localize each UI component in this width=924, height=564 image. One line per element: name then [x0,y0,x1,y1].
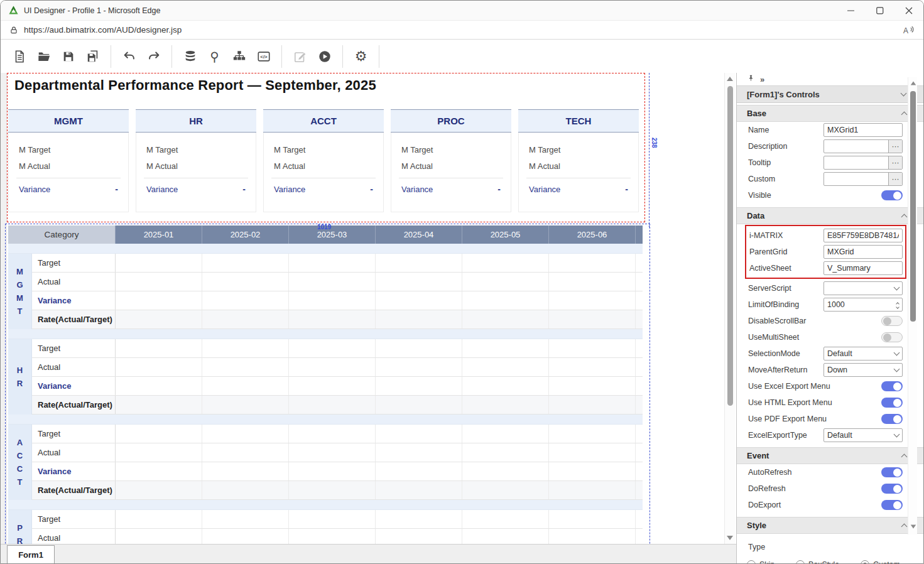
grid-cell[interactable] [289,481,376,499]
save-copy-icon[interactable] [84,48,101,65]
grid-cell[interactable] [202,310,289,328]
card-hr[interactable]: HRM TargetM ActualVariance- [136,109,256,213]
new-file-icon[interactable] [11,48,28,65]
grid-cell[interactable] [549,396,636,414]
grid-dept-cell-acct[interactable]: ACCT [8,425,32,500]
prop-activesheet-input[interactable]: V_Summary [823,261,903,275]
canvas-vertical-scrollbar[interactable] [724,73,735,544]
tools-icon[interactable]: ⚲ [206,48,223,65]
grid-cell[interactable] [549,425,636,443]
grid-cell[interactable] [116,481,202,499]
grid-dept-cell-mgmt[interactable]: MGMT [8,254,32,329]
read-aloud-icon[interactable]: A [903,25,915,38]
prop-use-excel-export-menu-toggle[interactable] [881,381,903,391]
radio-unselected-icon[interactable] [747,560,756,564]
grid-cell[interactable] [289,254,376,272]
grid-cell[interactable] [202,481,289,499]
grid-cell[interactable] [202,510,289,528]
grid-cell[interactable] [549,291,636,310]
grid-cell[interactable] [202,425,289,443]
grid-cell[interactable] [376,377,462,395]
grid-col-2025-01[interactable]: 2025-01 [116,225,202,244]
grid-cell[interactable] [202,529,289,544]
prop-description-input[interactable]: ··· [823,139,903,153]
grid-cell[interactable] [116,462,202,480]
grid-cell[interactable] [376,291,462,310]
grid-cell[interactable] [462,254,549,272]
prop-moveafterreturn-select[interactable]: Down [823,363,903,377]
grid-cell[interactable] [289,462,376,480]
address-bar[interactable]: https://aud.bimatrix.com/AUD/designer.js… [1,21,923,40]
minimize-button[interactable] [837,1,866,21]
radio-option-custom[interactable]: Custom [861,560,900,564]
grid-cell[interactable] [289,358,376,376]
grid-col-category[interactable]: Category [8,225,116,244]
prop-autorefresh-toggle[interactable] [881,467,903,477]
grid-cell[interactable] [202,291,289,310]
grid-cell[interactable] [202,396,289,414]
prop-limitofbinding-stepper[interactable]: 1000 [823,298,903,312]
grid-cell[interactable] [289,396,376,414]
ellipsis-button[interactable]: ··· [888,173,902,185]
pin-icon[interactable] [747,73,755,85]
grid-cell[interactable] [116,443,202,462]
grid-cell[interactable] [549,273,636,291]
radio-option-skin[interactable]: Skin [747,560,775,564]
grid-cell[interactable] [289,425,376,443]
grid-cell[interactable] [202,339,289,357]
grid-col-2025-05[interactable]: 2025-05 [462,225,549,244]
grid-cell[interactable] [549,358,636,376]
grid-cell[interactable] [116,529,202,544]
grid-cell[interactable] [376,273,462,291]
prop-use-html-export-menu-toggle[interactable] [881,398,903,408]
hierarchy-icon[interactable] [231,48,247,65]
grid-cell[interactable] [462,339,549,357]
code-view-icon[interactable]: </> [255,48,272,65]
tab-form1[interactable]: Form1 [7,545,55,564]
grid-cell[interactable] [376,510,462,528]
prop-name-input[interactable]: MXGrid1 [823,123,903,137]
grid-cell[interactable] [289,529,376,544]
grid-cell[interactable] [289,291,376,310]
grid-cell[interactable] [462,443,549,462]
prop-parentgrid-input[interactable]: MXGrid [823,245,903,259]
grid-cell[interactable] [202,254,289,272]
grid-cell[interactable] [376,462,462,480]
grid-col-2025-03[interactable]: 2025-03 [289,225,376,244]
grid-cell[interactable] [462,273,549,291]
grid-cell[interactable] [549,377,636,395]
grid-cell[interactable] [549,310,636,328]
grid-col-2025-04[interactable]: 2025-04 [376,225,462,244]
grid-cell[interactable] [462,396,549,414]
prop-excelexporttype-select[interactable]: Default [823,428,903,442]
grid-cell[interactable] [202,377,289,395]
redo-icon[interactable] [145,48,162,65]
grid-cell[interactable] [116,358,202,376]
grid-dept-cell-hr[interactable]: HR [8,339,32,415]
prop-selectionmode-select[interactable]: Default [823,347,903,361]
grid-cell[interactable] [289,510,376,528]
scrollbar-thumb[interactable] [727,86,733,406]
grid-cell[interactable] [462,425,549,443]
prop-use-pdf-export-menu-toggle[interactable] [881,414,903,424]
panel-vertical-scrollbar[interactable] [908,77,917,534]
data-source-icon[interactable] [182,48,198,65]
grid-cell[interactable] [116,377,202,395]
section-header-event[interactable]: Event [737,447,924,464]
grid-cell[interactable] [549,481,636,499]
scroll-up-arrow-icon[interactable] [727,77,733,81]
grid-cell[interactable] [549,443,636,462]
section-header-base[interactable]: Base [737,105,924,122]
grid-cell[interactable] [289,339,376,357]
grid-cell[interactable] [202,273,289,291]
grid-cell[interactable] [462,481,549,499]
grid-cell[interactable] [289,310,376,328]
card-tech[interactable]: TECHM TargetM ActualVariance- [518,109,639,213]
grid-cell[interactable] [549,510,636,528]
section-header-data[interactable]: Data [737,207,924,224]
grid-cell[interactable] [202,358,289,376]
grid-cell[interactable] [549,339,636,357]
maximize-button[interactable] [866,1,894,21]
grid-cell[interactable] [462,358,549,376]
grid-cell[interactable] [376,443,462,462]
